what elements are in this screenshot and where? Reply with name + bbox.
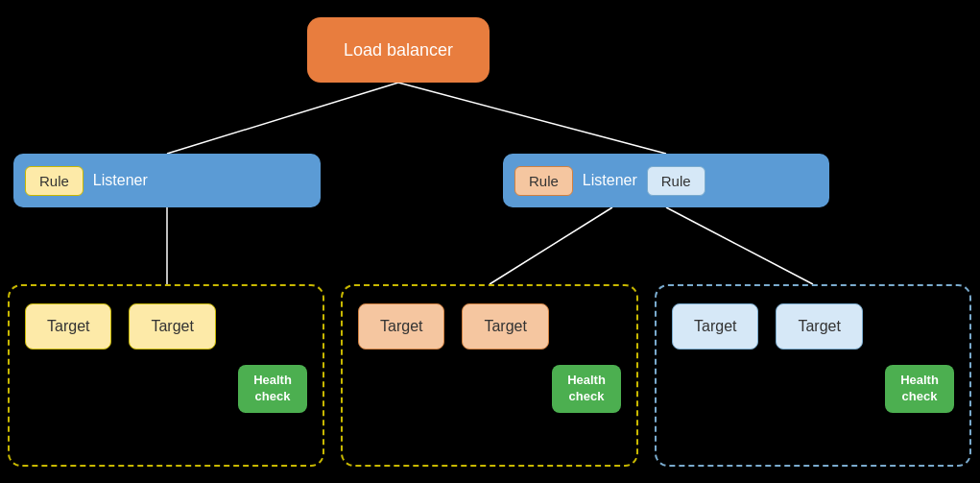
target-yellow-2: Target [129, 303, 215, 350]
health-check-orange: Healthcheck [552, 365, 621, 413]
target-orange-2: Target [462, 303, 548, 350]
target-row-orange: Target Target [358, 303, 549, 350]
listener-label-right: Listener [583, 172, 637, 189]
svg-line-4 [666, 207, 813, 284]
target-row-yellow: Target Target [25, 303, 216, 350]
health-check-yellow: Healthcheck [238, 365, 307, 413]
rule-tag-left: Rule [25, 166, 84, 196]
diagram-container: Load balancer Rule Listener Rule Listene… [0, 0, 980, 483]
listener-label-left: Listener [93, 172, 148, 189]
target-group-yellow: Target Target Healthcheck [8, 284, 324, 467]
listener-right: Rule Listener Rule [503, 154, 829, 207]
svg-line-0 [167, 83, 398, 154]
target-group-blue: Target Target Healthcheck [655, 284, 971, 467]
health-check-wrapper-blue: Healthcheck [672, 365, 954, 413]
target-orange-1: Target [358, 303, 444, 350]
rule-tag-right-1: Rule [514, 166, 573, 196]
health-check-wrapper-yellow: Healthcheck [25, 365, 307, 413]
target-yellow-1: Target [25, 303, 111, 350]
load-balancer-label: Load balancer [344, 40, 453, 60]
svg-line-3 [490, 207, 612, 284]
listener-left: Rule Listener [13, 154, 321, 207]
target-blue-1: Target [672, 303, 758, 350]
health-check-wrapper-orange: Healthcheck [358, 365, 621, 413]
health-check-blue: Healthcheck [885, 365, 954, 413]
rule-tag-right-2: Rule [647, 166, 705, 196]
svg-line-1 [398, 83, 666, 154]
load-balancer-node: Load balancer [307, 17, 490, 83]
target-row-blue: Target Target [672, 303, 863, 350]
target-blue-2: Target [776, 303, 862, 350]
target-group-orange: Target Target Healthcheck [341, 284, 638, 467]
